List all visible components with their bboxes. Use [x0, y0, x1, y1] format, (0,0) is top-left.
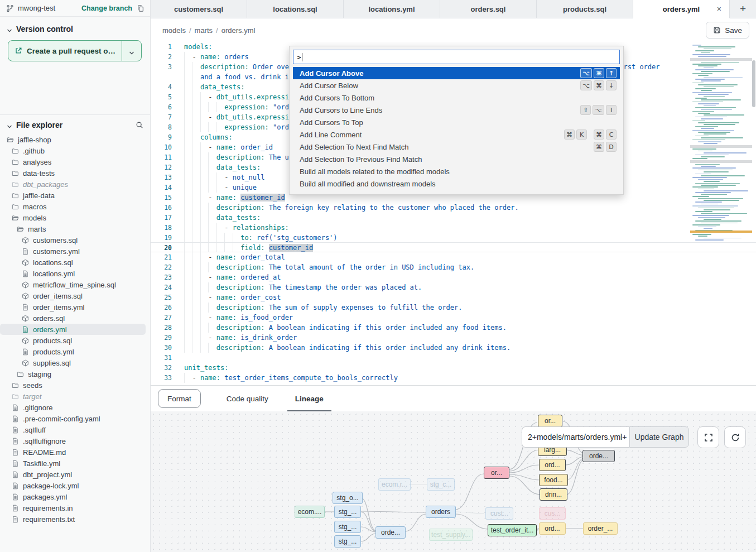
line-number[interactable]: 3 — [151, 62, 172, 72]
file-tree-item[interactable]: analyses — [0, 156, 150, 167]
file-tree-item[interactable]: customers.sql — [0, 234, 150, 246]
command-palette-input[interactable]: > — [293, 50, 620, 64]
file-tree-item[interactable]: marts — [0, 223, 150, 234]
file-tree-item[interactable]: dbt_packages — [0, 179, 150, 190]
code-line[interactable]: 26 description: The sum of supply expens… — [151, 303, 756, 313]
palette-item[interactable]: Build all modified and downstream models — [293, 177, 620, 190]
file-tree-item[interactable]: models — [0, 212, 150, 223]
code-line[interactable]: 21 - name: order_total — [151, 252, 756, 262]
palette-item[interactable]: Add Selection To Previous Find Match — [293, 153, 620, 165]
line-number[interactable]: 21 — [151, 252, 172, 262]
file-tree-item[interactable]: target — [0, 391, 150, 402]
create-pr-main[interactable]: Create a pull request on Git... — [8, 41, 122, 61]
code-line[interactable]: 17 data_tests: — [151, 213, 756, 223]
lineage-node[interactable]: orde... — [375, 526, 406, 539]
line-number[interactable]: 14 — [151, 183, 172, 193]
line-number[interactable]: 4 — [151, 82, 172, 92]
file-tree-item[interactable]: locations.yml — [0, 268, 150, 279]
file-tree-item[interactable]: data-tests — [0, 167, 150, 179]
line-number[interactable]: 7 — [151, 112, 172, 122]
file-tree-item[interactable]: .sqlfluffignore — [0, 435, 150, 447]
format-button[interactable]: Format — [158, 389, 201, 408]
file-tree-item[interactable]: Taskfile.yml — [0, 458, 150, 469]
close-icon[interactable]: × — [717, 4, 721, 13]
lineage-node[interactable]: stg_... — [334, 521, 361, 533]
file-tree-item[interactable]: jaffle-data — [0, 190, 150, 201]
line-number[interactable]: 18 — [151, 223, 172, 233]
file-tree-item[interactable]: seeds — [0, 380, 150, 391]
lineage-node[interactable]: cust... — [485, 507, 513, 520]
palette-item[interactable]: Add Selection To Next Find Match⌘D — [293, 141, 620, 153]
palette-item[interactable]: Add Cursors To Top — [293, 116, 620, 128]
file-tree-item[interactable]: macros — [0, 201, 150, 212]
line-number[interactable]: 11 — [151, 152, 172, 162]
file-tree-item[interactable]: .gitignore — [0, 402, 150, 413]
palette-item[interactable]: Add Cursors to Line Ends⇧⌥I — [293, 104, 620, 116]
palette-item[interactable]: Add Cursors To Bottom — [293, 92, 620, 104]
code-editor[interactable]: 1models:2 - name: orders3 description: O… — [151, 42, 756, 385]
refresh-button[interactable] — [724, 426, 746, 448]
line-number[interactable] — [151, 72, 172, 82]
editor-tab[interactable]: orders.sql — [440, 0, 537, 18]
line-number[interactable]: 25 — [151, 292, 172, 303]
file-tree-item[interactable]: locations.sql — [0, 257, 150, 268]
line-number[interactable]: 24 — [151, 282, 172, 292]
copy-icon[interactable] — [136, 4, 145, 12]
lineage-node[interactable]: ecom.... — [295, 506, 325, 518]
editor-tab[interactable]: orders.yml× — [633, 0, 730, 18]
line-number[interactable]: 27 — [151, 313, 172, 323]
line-number[interactable]: 33 — [151, 373, 172, 383]
line-number[interactable]: 26 — [151, 303, 172, 313]
line-number[interactable]: 23 — [151, 272, 172, 282]
create-pr-button[interactable]: Create a pull request on Git... — [8, 40, 142, 61]
line-number[interactable]: 31 — [151, 353, 172, 363]
code-line[interactable]: 28 description: A boolean indicating if … — [151, 323, 756, 333]
version-control-header[interactable]: Version control — [0, 17, 150, 39]
code-line[interactable]: 27 - name: is_food_order — [151, 313, 756, 323]
new-tab-button[interactable]: + — [730, 0, 756, 18]
file-tree-item[interactable]: customers.yml — [0, 246, 150, 257]
line-number[interactable]: 15 — [151, 193, 172, 203]
line-number[interactable]: 5 — [151, 92, 172, 102]
palette-item[interactable]: Add Cursor Below⌥⌘↓ — [293, 79, 620, 92]
lineage-canvas[interactable]: ecom....stg_o...stg_...stg_...stg_...ord… — [151, 411, 756, 552]
create-pr-dropdown[interactable] — [122, 41, 141, 61]
code-line[interactable]: 23 - name: ordered_at — [151, 272, 756, 282]
lineage-node[interactable]: cus... — [539, 507, 566, 520]
lineage-node[interactable]: orde... — [582, 450, 615, 462]
file-tree-item[interactable]: requirements.in — [0, 502, 150, 513]
code-line[interactable]: 32unit_tests: — [151, 363, 756, 373]
scrollbar-thumb[interactable] — [752, 60, 755, 107]
breadcrumb-part[interactable]: marts — [195, 26, 213, 35]
editor-tab[interactable]: customers.sql — [151, 0, 247, 18]
file-tree-item[interactable]: order_items.yml — [0, 301, 150, 313]
line-number[interactable]: 2 — [151, 52, 172, 62]
lineage-node[interactable]: or... — [484, 467, 509, 479]
editor-tab[interactable]: locations.sql — [247, 0, 344, 18]
lineage-selector-input[interactable]: 2+models/marts/orders.yml+ — [522, 426, 629, 448]
line-number[interactable]: 22 — [151, 262, 172, 272]
code-line[interactable]: 30 description: A boolean indicating if … — [151, 343, 756, 353]
file-tree-item[interactable]: package-lock.yml — [0, 480, 150, 491]
lineage-node[interactable]: ord... — [539, 459, 566, 471]
line-number[interactable]: 13 — [151, 172, 172, 183]
code-line[interactable]: 33 - name: test_order_items_compute_to_b… — [151, 373, 756, 383]
line-number[interactable]: 6 — [151, 102, 172, 112]
file-tree-item[interactable]: orders.sql — [0, 313, 150, 324]
save-button[interactable]: Save — [706, 22, 749, 39]
lineage-node[interactable]: or... — [538, 415, 562, 427]
file-tree-item[interactable]: .github — [0, 145, 150, 156]
lineage-node[interactable]: stg_c... — [427, 478, 455, 491]
file-tree-item[interactable]: requirements.txt — [0, 513, 150, 525]
editor-tab[interactable]: locations.yml — [344, 0, 440, 18]
lineage-node[interactable]: stg_... — [334, 535, 361, 548]
line-number[interactable]: 9 — [151, 132, 172, 142]
file-tree-item[interactable]: dbt_project.yml — [0, 469, 150, 480]
file-tree-item[interactable]: orders.yml — [0, 324, 146, 335]
palette-item[interactable]: Build all models related to the modified… — [293, 165, 620, 177]
file-tree-item[interactable]: supplies.sql — [0, 357, 150, 368]
file-explorer-header[interactable]: File explorer — [0, 115, 150, 134]
fullscreen-button[interactable] — [697, 426, 719, 448]
search-icon[interactable] — [135, 121, 143, 129]
file-tree-item[interactable]: packages.yml — [0, 491, 150, 502]
